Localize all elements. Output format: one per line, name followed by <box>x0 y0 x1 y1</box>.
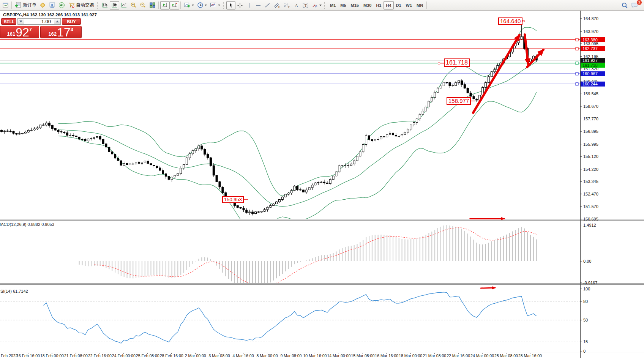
svg-text:161.718: 161.718 <box>582 63 598 68</box>
toolbar-grip <box>324 2 327 9</box>
horizontal-line-tool-button[interactable] <box>254 1 263 9</box>
bar-chart-mode-button[interactable] <box>100 1 110 9</box>
buy-price-prefix: 162 <box>49 31 57 37</box>
buy-price-sup: 3 <box>71 27 73 32</box>
toolbar-grip <box>97 2 99 9</box>
price-label-bottom[interactable]: 150.953 <box>222 196 244 203</box>
toolbar-separator <box>11 2 12 9</box>
svg-text:100: 100 <box>583 287 590 291</box>
timeframe-h1-button[interactable]: H1 <box>374 1 384 9</box>
crosshair-tool-button[interactable] <box>235 1 245 9</box>
new-order-button[interactable]: 新订单 <box>13 1 38 9</box>
channel-tool-button[interactable]: E <box>272 1 282 9</box>
sell-price-big: 92 <box>16 27 29 38</box>
level-anchor-square[interactable] <box>576 83 578 85</box>
auto-scroll-button[interactable] <box>170 1 179 9</box>
new-chart-button[interactable] <box>182 1 196 9</box>
tile-windows-button[interactable] <box>148 1 157 9</box>
volume-control <box>17 18 61 25</box>
trendline-tool-button[interactable] <box>263 1 272 9</box>
market-button[interactable] <box>38 1 47 9</box>
level-anchor-square[interactable] <box>576 38 578 41</box>
text-tool-button[interactable]: A <box>292 1 301 9</box>
buy-price-big: 17 <box>57 27 71 38</box>
template-button[interactable] <box>208 1 222 9</box>
arrows-shapes-icon <box>312 2 318 8</box>
toolbar: 新订单 自动交易 <box>0 0 644 11</box>
level-anchor-square[interactable] <box>576 73 578 75</box>
svg-text:18 Feb 00:00: 18 Feb 00:00 <box>40 353 64 358</box>
new-order-icon <box>15 2 22 8</box>
buy-button[interactable]: BUY <box>62 18 81 25</box>
timeframe-m1-button[interactable]: M1 <box>328 1 338 9</box>
svg-text:9 Mar 08:00: 9 Mar 08:00 <box>280 353 301 358</box>
svg-text:163.970: 163.970 <box>583 29 598 34</box>
algo-trading-button[interactable]: 自动交易 <box>66 1 96 9</box>
sell-price-display[interactable]: 161927 <box>0 26 39 38</box>
candlestick-icon <box>111 2 118 8</box>
svg-text:A: A <box>295 3 298 8</box>
toolbar-separator <box>426 2 427 9</box>
search-button[interactable] <box>620 1 630 9</box>
svg-text:22 Mar 16:00: 22 Mar 16:00 <box>447 353 470 358</box>
svg-text:0: 0 <box>583 349 586 353</box>
vertical-line-tool-button[interactable] <box>245 1 254 9</box>
svg-text:155.120: 155.120 <box>583 154 598 159</box>
svg-text:21 Mar 08:00: 21 Mar 08:00 <box>423 353 446 358</box>
dropdown-caret-icon <box>218 5 220 7</box>
broadcast-button[interactable] <box>57 1 66 9</box>
volume-increase-button[interactable] <box>54 19 60 24</box>
notifications-button[interactable]: 1 <box>630 1 640 9</box>
timeframe-m5-button[interactable]: M5 <box>338 1 348 9</box>
dropdown-caret-icon <box>319 5 322 7</box>
sell-button[interactable]: SELL <box>1 18 16 25</box>
svg-text:28 Mar 16:00: 28 Mar 16:00 <box>518 353 542 358</box>
svg-text:28 Feb 16:00: 28 Feb 16:00 <box>160 353 183 358</box>
arrows-tool-button[interactable] <box>310 1 323 9</box>
price-label-mid[interactable]: 161.718 <box>444 58 470 67</box>
tile-windows-icon <box>149 2 156 8</box>
text-label-tool-button[interactable]: T <box>301 1 310 9</box>
timeframe-h4-button[interactable]: H4 <box>384 1 393 9</box>
chart-window-icon <box>3 2 9 8</box>
signals-button[interactable] <box>47 1 57 9</box>
zoom-in-button[interactable] <box>129 1 138 9</box>
svg-text:155.995: 155.995 <box>583 142 598 147</box>
zoom-out-button[interactable] <box>138 1 148 9</box>
fibonacci-tool-button[interactable]: F <box>282 1 292 9</box>
svg-text:159.545: 159.545 <box>583 91 598 96</box>
svg-text:24 Feb 00:00: 24 Feb 00:00 <box>112 353 136 358</box>
timeframe-w1-button[interactable]: W1 <box>404 1 415 9</box>
timeframe-mn-button[interactable]: MN <box>414 1 425 9</box>
trend-arrow-up-2[interactable] <box>527 50 543 67</box>
macd-histogram <box>79 225 537 290</box>
algo-trading-icon <box>68 2 75 8</box>
volume-decrease-button[interactable] <box>18 19 24 24</box>
svg-text:2 Mar 00:00: 2 Mar 00:00 <box>185 353 206 358</box>
svg-text:160.244: 160.244 <box>582 82 598 86</box>
periods-button[interactable] <box>196 1 208 9</box>
svg-text:152.470: 152.470 <box>583 192 598 196</box>
price-label-pullback[interactable]: 158.977 <box>447 97 471 105</box>
line-chart-mode-button[interactable] <box>119 1 129 9</box>
timeframe-m30-button[interactable]: M30 <box>361 1 374 9</box>
cursor-tool-button[interactable] <box>226 1 235 9</box>
svg-text:154.220: 154.220 <box>583 167 598 172</box>
candlestick-mode-button[interactable] <box>110 1 119 9</box>
rsi-arrow[interactable] <box>481 288 495 288</box>
timeframe-m15-button[interactable]: M15 <box>349 1 361 9</box>
buy-price-display[interactable]: 162173 <box>40 26 82 38</box>
timeframe-d1-button[interactable]: D1 <box>394 1 404 9</box>
chart-window-icon-button[interactable] <box>1 1 10 9</box>
svg-text:8 Mar 00:00: 8 Mar 00:00 <box>256 353 278 358</box>
svg-text:Feb 2022: Feb 2022 <box>1 353 18 358</box>
svg-text:164.870: 164.870 <box>583 16 598 21</box>
price-label-peak[interactable]: 164.640 <box>498 17 522 25</box>
zoom-out-icon <box>140 2 146 8</box>
level-anchor-square[interactable] <box>576 47 578 50</box>
algo-trading-label: 自动交易 <box>76 2 94 8</box>
level-anchor-square[interactable] <box>576 62 578 65</box>
chart-shift-button[interactable] <box>160 1 170 9</box>
volume-input[interactable] <box>24 19 54 24</box>
candlestick-series <box>1 22 538 216</box>
